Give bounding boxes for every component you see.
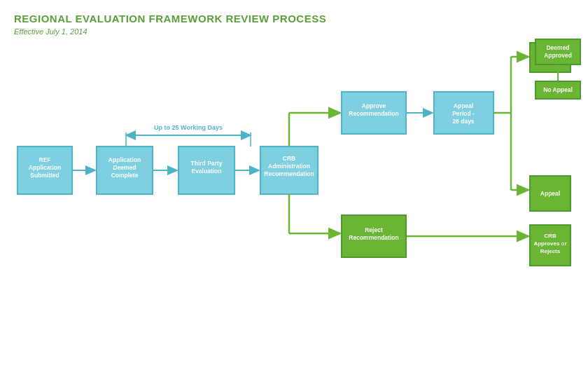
text-25days: Up to 25 Working Days xyxy=(154,124,223,131)
text-appeal: Appeal xyxy=(540,190,560,197)
text-approve2: Recommendation xyxy=(349,110,398,117)
text-ref-app: REF xyxy=(39,156,51,163)
text-reject2: Recommendation xyxy=(349,234,398,241)
page-subtitle: Effective July 1, 2014 xyxy=(14,27,574,36)
arrow-up-deemed xyxy=(557,65,559,81)
page-title: REGIONAL EVALUATION FRAMEWORK REVIEW PRO… xyxy=(14,13,574,25)
text-third-party2: Evaluation xyxy=(192,168,222,175)
text-app-deemed2: Deemed xyxy=(113,164,136,171)
text-appeal-period2: Period - xyxy=(452,110,475,117)
text-crb-approves: CRB xyxy=(544,233,556,239)
page: REGIONAL EVALUATION FRAMEWORK REVIEW PRO… xyxy=(0,0,588,368)
text-reject: Reject xyxy=(365,226,383,233)
text-crb-approves2: Approves or xyxy=(533,240,566,247)
right-column: DeemedApproved No Appeal xyxy=(535,39,581,100)
text-appeal-period3: 28 days xyxy=(452,118,474,125)
text-crb-admin: CRB xyxy=(283,155,295,162)
text-crb-approves3: Rejects xyxy=(540,248,561,254)
text-approve: Approve xyxy=(362,102,386,109)
text-ref-app3: Submitted xyxy=(30,172,59,179)
text-app-deemed: Application xyxy=(108,156,141,163)
text-third-party: Third Party xyxy=(191,160,223,167)
text-appeal-period: Appeal xyxy=(454,102,473,109)
diagram-svg: REF Application Submitted Application De… xyxy=(14,43,574,344)
text-crb-admin2: Administration xyxy=(268,163,310,170)
text-app-deemed3: Complete xyxy=(111,172,139,179)
text-ref-app2: Application xyxy=(29,164,61,171)
box-no-appeal-rc: No Appeal xyxy=(535,81,581,100)
text-crb-admin3: Recommendation xyxy=(264,170,314,177)
